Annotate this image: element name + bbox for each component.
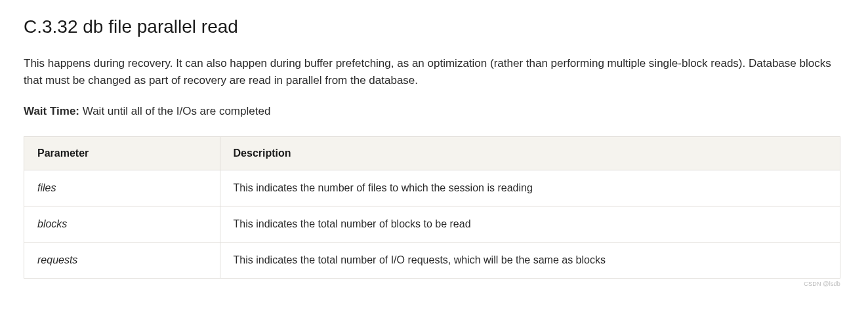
param-name: blocks (24, 206, 220, 243)
section-heading: C.3.32 db file parallel read (24, 13, 844, 41)
param-description: This indicates the total number of block… (220, 206, 840, 243)
table-header-row: Parameter Description (24, 137, 840, 170)
param-description: This indicates the number of files to wh… (220, 170, 840, 206)
col-header-description: Description (220, 137, 840, 170)
table-row: blocks This indicates the total number o… (24, 206, 840, 243)
param-description: This indicates the total number of I/O r… (220, 243, 840, 279)
wait-time-text: Wait until all of the I/Os are completed (79, 105, 270, 117)
watermark: CSDN @lsdb (24, 280, 840, 289)
param-name: requests (24, 243, 220, 279)
table-row: requests This indicates the total number… (24, 243, 840, 279)
section-description: This happens during recovery. It can als… (24, 55, 837, 90)
col-header-parameter: Parameter (24, 137, 220, 170)
parameter-table: Parameter Description files This indicat… (24, 136, 840, 279)
table-row: files This indicates the number of files… (24, 170, 840, 206)
param-name: files (24, 170, 220, 206)
wait-time-line: Wait Time: Wait until all of the I/Os ar… (24, 103, 844, 120)
wait-time-label: Wait Time: (24, 105, 79, 117)
